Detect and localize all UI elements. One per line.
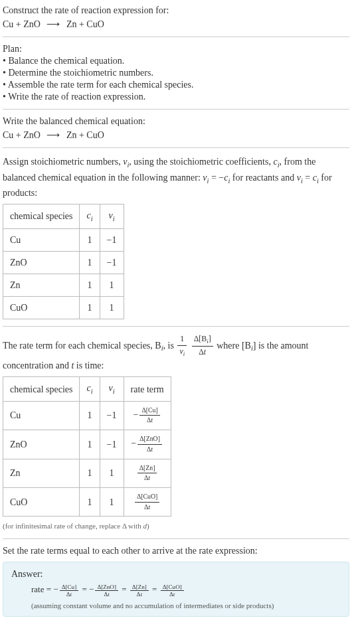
rate-text: The rate term for each chemical species,… <box>3 340 161 350</box>
divider <box>3 538 349 539</box>
table-row: Cu 1 −1 <box>3 228 124 251</box>
col-nui: νi <box>100 204 124 229</box>
balanced-section: Write the balanced chemical equation: Cu… <box>3 116 349 141</box>
plan-item: • Determine the stoichiometric numbers. <box>3 68 349 78</box>
numerator: 1 <box>177 333 187 346</box>
balanced-eq-rhs: Zn + CuO <box>66 130 104 140</box>
cell-c: 1 <box>80 296 100 319</box>
intro-eq-lhs: Cu + ZnO <box>3 19 41 29</box>
cell-c: 1 <box>80 430 100 459</box>
numerator: Δ[Bi] <box>192 333 213 347</box>
fraction: Δ[ZnO]Δt <box>95 584 118 598</box>
arrow-icon: ⟶ <box>46 19 60 30</box>
fraction: Δ[ZnO]Δt <box>137 434 162 454</box>
col-nui: νi <box>100 377 124 402</box>
table-row: CuO 1 1 <box>3 296 124 319</box>
cell-c: 1 <box>80 459 100 487</box>
cell-species: ZnO <box>3 430 80 459</box>
intro-eq-rhs: Zn + CuO <box>66 19 104 29</box>
divider <box>3 109 349 110</box>
cell-species: Cu <box>3 228 80 251</box>
plan-item: • Balance the chemical equation. <box>3 56 349 66</box>
fraction: Δ[CuO]Δt <box>161 584 184 598</box>
rate-text: , is <box>163 340 177 350</box>
cell-nu: 1 <box>100 296 124 319</box>
cell-c: 1 <box>80 251 100 274</box>
cell-species: CuO <box>3 296 80 319</box>
denominator: Δt <box>192 347 213 359</box>
table-row: Zn 1 1 <box>3 274 124 296</box>
balanced-heading: Write the balanced chemical equation: <box>3 116 349 127</box>
answer-note: (assuming constant volume and no accumul… <box>11 602 341 609</box>
table-row: CuO 1 1 Δ[CuO]Δt <box>3 487 171 516</box>
cell-c: 1 <box>80 228 100 251</box>
col-species: chemical species <box>3 377 80 402</box>
cell-c: 1 <box>80 487 100 516</box>
stoich-text: Assign stoichiometric numbers, <box>3 157 123 167</box>
table-row: ZnO 1 −1 <box>3 251 124 274</box>
stoich-text: for reactants and <box>230 173 296 183</box>
denominator: νi <box>177 346 187 359</box>
col-rate-term: rate term <box>124 377 171 402</box>
fraction: Δ[Cu]Δt <box>139 406 159 426</box>
cell-rate-term: Δ[CuO]Δt <box>124 487 171 516</box>
rate-text: is time: <box>74 361 104 370</box>
col-species: chemical species <box>3 204 80 229</box>
fraction: Δ[Zn]Δt <box>137 463 157 483</box>
cell-nu: 1 <box>100 459 124 487</box>
cell-rate-term: −Δ[Cu]Δt <box>124 401 171 430</box>
rate-text: where [B <box>217 340 251 350</box>
balanced-eq-lhs: Cu + ZnO <box>3 130 41 140</box>
stoich-section: Assign stoichiometric numbers, νi, using… <box>3 155 349 319</box>
plan-item: • Write the rate of reaction expression. <box>3 92 349 102</box>
cell-species: ZnO <box>3 251 80 274</box>
cell-c: 1 <box>80 401 100 430</box>
table-header-row: chemical species ci νi <box>3 204 124 229</box>
fraction: Δ[Cu]Δt <box>60 584 79 598</box>
cell-nu: −1 <box>100 228 124 251</box>
plan-list: • Balance the chemical equation. • Deter… <box>3 56 349 102</box>
rate-term-note: (for infinitesimal rate of change, repla… <box>3 521 349 532</box>
rate-label: rate = <box>31 584 53 594</box>
fraction: Δ[Zn]Δt <box>130 584 149 598</box>
divider <box>3 147 349 148</box>
divider <box>3 37 349 37</box>
answer-box: Answer: rate = −Δ[Cu]Δt = −Δ[ZnO]Δt = Δ[… <box>3 562 349 617</box>
cell-species: CuO <box>3 487 80 516</box>
answer-label: Answer: <box>11 569 341 580</box>
intro-section: Construct the rate of reaction expressio… <box>3 5 349 30</box>
stoich-table: chemical species ci νi Cu 1 −1 ZnO 1 −1 … <box>3 204 124 319</box>
final-heading: Set the rate terms equal to each other t… <box>3 546 349 556</box>
plan-item: • Assemble the rate term for each chemic… <box>3 80 349 90</box>
divider <box>3 326 349 327</box>
cell-rate-term: Δ[Zn]Δt <box>124 459 171 487</box>
fraction: Δ[Bi] Δt <box>192 333 213 359</box>
final-section: Set the rate terms equal to each other t… <box>3 546 349 617</box>
intro-prompt: Construct the rate of reaction expressio… <box>3 5 349 16</box>
cell-nu: 1 <box>100 274 124 296</box>
cell-nu: −1 <box>100 251 124 274</box>
arrow-icon: ⟶ <box>46 129 60 141</box>
stoich-text: = <box>303 173 313 183</box>
intro-equation: Cu + ZnO ⟶ Zn + CuO <box>3 19 349 30</box>
col-ci: ci <box>80 377 100 402</box>
fraction: Δ[CuO]Δt <box>135 492 159 512</box>
table-header-row: chemical species ci νi rate term <box>3 377 171 402</box>
fraction: 1 νi <box>177 333 187 359</box>
cell-nu: −1 <box>100 401 124 430</box>
table-row: ZnO 1 −1 −Δ[ZnO]Δt <box>3 430 171 459</box>
table-row: Cu 1 −1 −Δ[Cu]Δt <box>3 401 171 430</box>
balanced-equation: Cu + ZnO ⟶ Zn + CuO <box>3 129 349 141</box>
cell-c: 1 <box>80 274 100 296</box>
answer-expression: rate = −Δ[Cu]Δt = −Δ[ZnO]Δt = Δ[Zn]Δt = … <box>11 584 341 598</box>
cell-species: Zn <box>3 274 80 296</box>
plan-section: Plan: • Balance the chemical equation. •… <box>3 44 349 102</box>
cell-rate-term: −Δ[ZnO]Δt <box>124 430 171 459</box>
col-ci: ci <box>80 204 100 229</box>
stoich-text: , using the stoichiometric coefficients, <box>129 157 273 167</box>
rate-term-section: The rate term for each chemical species,… <box>3 333 349 532</box>
rate-term-table: chemical species ci νi rate term Cu 1 −1… <box>3 376 171 517</box>
plan-heading: Plan: <box>3 44 349 54</box>
stoich-text: = − <box>209 173 224 183</box>
cell-nu: 1 <box>100 487 124 516</box>
